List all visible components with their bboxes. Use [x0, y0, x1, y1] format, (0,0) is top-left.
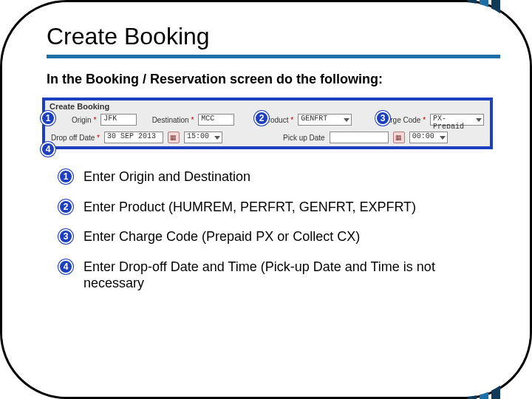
calendar-icon[interactable]: ▦: [393, 132, 405, 143]
dropoff-date-label: Drop off Date *: [51, 134, 100, 142]
step-number: 3: [58, 229, 73, 244]
steps-list: 1 Enter Origin and Destination 2 Enter P…: [47, 168, 500, 292]
callout-1: 1: [41, 111, 55, 126]
step-text: Enter Drop-off Date and Time (Pick-up Da…: [83, 259, 475, 292]
page-title: Create Booking: [47, 23, 500, 50]
step-item: 2 Enter Product (HUMREM, PERFRT, GENFRT,…: [58, 199, 500, 216]
dropoff-time-select[interactable]: 15:00: [184, 132, 222, 143]
charge-code-select[interactable]: PX-Prepaid: [430, 114, 484, 126]
title-rule: [47, 55, 500, 58]
origin-label: Origin *: [72, 116, 96, 124]
destination-label: Destination *: [152, 116, 194, 124]
step-number: 4: [58, 259, 73, 274]
pickup-date-label: Pick up Date: [283, 134, 325, 142]
form-header: Create Booking: [45, 100, 490, 111]
origin-input[interactable]: JFK: [100, 114, 136, 126]
step-text: Enter Charge Code (Prepaid PX or Collect…: [83, 228, 360, 245]
calendar-icon[interactable]: ▦: [168, 132, 180, 143]
step-number: 2: [58, 200, 73, 214]
pickup-time-select[interactable]: 00:00: [409, 132, 448, 143]
destination-input[interactable]: MCC: [198, 114, 233, 126]
callout-2: 2: [254, 111, 269, 126]
slide-content: Create Booking In the Booking / Reservat…: [2, 2, 530, 397]
step-item: 1 Enter Origin and Destination: [58, 168, 500, 185]
callout-4: 4: [41, 142, 55, 157]
form-screenshot: Create Booking Origin * JFK Destination …: [42, 98, 493, 149]
pickup-date-input[interactable]: [330, 132, 389, 143]
form-row-2: Drop off Date * 30 SEP 2013 ▦ 15:00 Pick…: [45, 129, 490, 146]
step-item: 4 Enter Drop-off Date and Time (Pick-up …: [58, 259, 500, 292]
step-number: 1: [58, 169, 73, 184]
slide: Create Booking In the Booking / Reservat…: [0, 0, 532, 399]
step-text: Enter Product (HUMREM, PERFRT, GENFRT, E…: [83, 199, 416, 216]
product-select[interactable]: GENFRT: [298, 114, 352, 126]
callout-3: 3: [375, 111, 390, 126]
step-text: Enter Origin and Destination: [83, 168, 250, 185]
step-item: 3 Enter Charge Code (Prepaid PX or Colle…: [58, 228, 500, 245]
intro-text: In the Booking / Reservation screen do t…: [47, 72, 500, 87]
dropoff-date-input[interactable]: 30 SEP 2013: [104, 132, 163, 143]
